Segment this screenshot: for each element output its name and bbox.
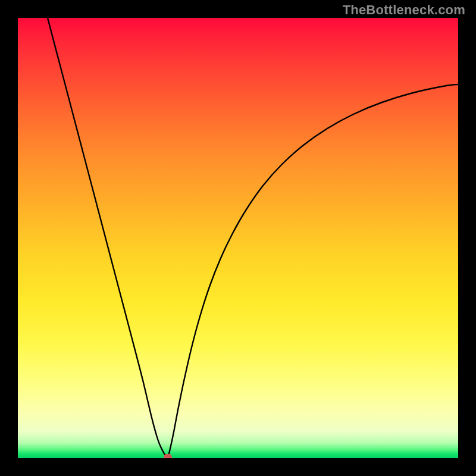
curve-left-branch (48, 18, 168, 458)
minimum-marker-icon (164, 454, 172, 458)
curve-right-branch (168, 84, 458, 458)
bottleneck-curve (18, 18, 458, 458)
plot-area (18, 18, 458, 458)
watermark-label: TheBottleneck.com (343, 2, 465, 18)
chart-frame: TheBottleneck.com (0, 0, 476, 476)
